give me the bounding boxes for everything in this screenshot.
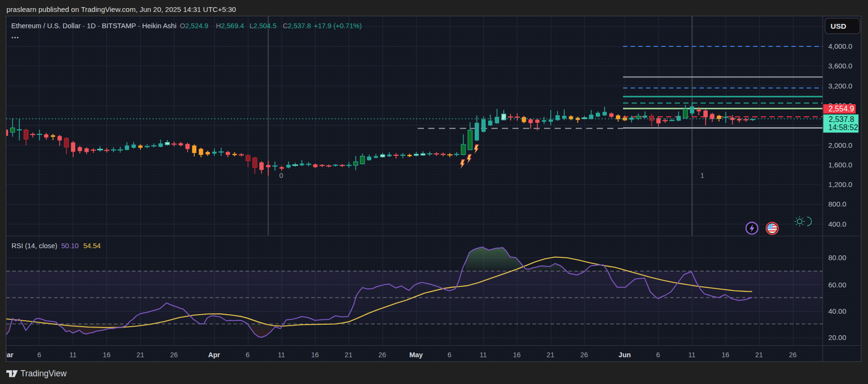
svg-text:50.10: 50.10 [61, 242, 78, 250]
svg-text:11: 11 [688, 351, 695, 359]
svg-text:1: 1 [701, 171, 704, 179]
svg-text:16: 16 [513, 351, 521, 359]
svg-text:2,554.9: 2,554.9 [829, 105, 854, 113]
svg-text:26: 26 [580, 351, 588, 359]
svg-text:6: 6 [37, 351, 41, 359]
svg-text:2,537.8: 2,537.8 [829, 115, 854, 123]
svg-text:40.00: 40.00 [828, 307, 846, 315]
svg-text:400.0: 400.0 [828, 220, 846, 228]
svg-text:O2,524.9: O2,524.9 [180, 22, 209, 30]
svg-text:16: 16 [722, 351, 729, 359]
svg-text:May: May [409, 351, 423, 359]
svg-text:800.0: 800.0 [828, 200, 846, 208]
svg-text:1,200.0: 1,200.0 [828, 180, 852, 188]
svg-text:11: 11 [479, 351, 487, 359]
svg-text:20.00: 20.00 [828, 333, 846, 341]
svg-text:C2,537.8: C2,537.8 [283, 22, 311, 30]
svg-text:Jun: Jun [619, 351, 631, 359]
svg-text:praslearn published on Trading: praslearn published on TradingView.com, … [7, 5, 236, 13]
svg-text:26: 26 [378, 351, 386, 359]
svg-text:21: 21 [755, 351, 763, 359]
svg-text:80.00: 80.00 [828, 253, 846, 262]
svg-text:60.00: 60.00 [828, 281, 846, 289]
svg-text:26: 26 [170, 351, 178, 359]
svg-text:16: 16 [103, 351, 111, 359]
svg-text:TradingView: TradingView [21, 369, 67, 378]
svg-text:11: 11 [69, 351, 77, 359]
svg-text:16: 16 [311, 351, 319, 359]
svg-text:0: 0 [279, 171, 283, 179]
svg-text:3,200.0: 3,200.0 [828, 82, 852, 90]
svg-text:21: 21 [546, 351, 554, 359]
svg-text:11: 11 [278, 351, 285, 359]
svg-text:3,600.0: 3,600.0 [828, 62, 852, 70]
svg-text:54.54: 54.54 [83, 242, 100, 250]
svg-text:6: 6 [447, 351, 451, 359]
svg-text:2,000.0: 2,000.0 [828, 141, 852, 149]
svg-text:+17.9 (+0.71%): +17.9 (+0.71%) [314, 22, 362, 30]
svg-text:26: 26 [789, 351, 797, 359]
svg-text:4,000.0: 4,000.0 [828, 42, 852, 50]
svg-text:Apr: Apr [208, 351, 220, 359]
svg-text:L2,504.5: L2,504.5 [250, 22, 277, 30]
svg-text:6: 6 [245, 351, 249, 359]
svg-text:21: 21 [345, 351, 352, 359]
svg-text:21: 21 [136, 351, 144, 359]
svg-text:6: 6 [656, 351, 660, 359]
svg-text:USD: USD [831, 22, 846, 30]
svg-text:Ethereum / U.S. Dollar · 1D ·: Ethereum / U.S. Dollar · 1D · BITSTAMP ·… [11, 22, 177, 30]
svg-text:1,600.0: 1,600.0 [828, 161, 852, 169]
svg-text:RSI (14, close): RSI (14, close) [11, 242, 57, 250]
svg-text:14:58:52: 14:58:52 [828, 123, 858, 132]
svg-text:H2,569.4: H2,569.4 [216, 22, 244, 30]
